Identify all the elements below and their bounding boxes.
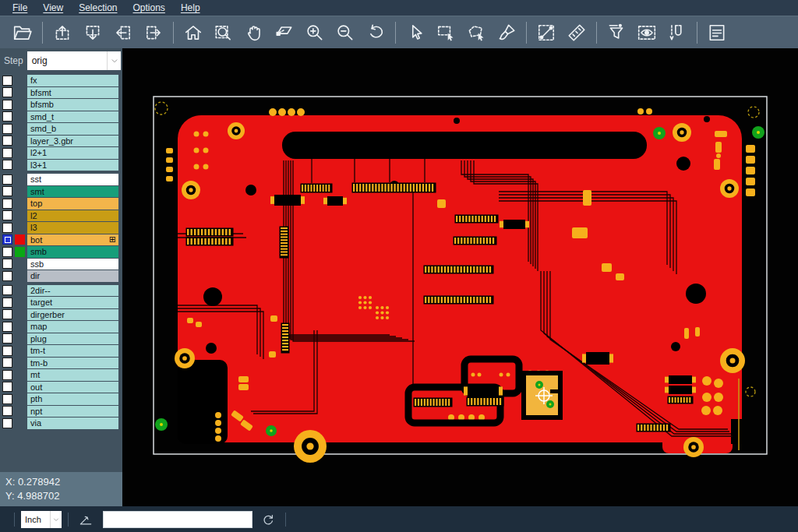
zoom-polygon-icon[interactable] — [274, 23, 295, 43]
layer-label[interactable]: 2dir-- — [27, 285, 118, 297]
layer-row-map[interactable]: map — [0, 321, 122, 333]
layer-checkbox[interactable] — [2, 418, 12, 428]
layer-label[interactable]: l3+1 — [27, 160, 118, 171]
layer-row-tm-b[interactable]: tm-b — [0, 358, 122, 369]
step-select[interactable]: orig — [27, 51, 121, 70]
layer-row-npt[interactable]: npt — [0, 406, 122, 417]
layer-row-bot[interactable]: bot⊞ — [0, 234, 122, 246]
zoom-out-icon[interactable] — [335, 23, 355, 43]
layer-color-swatch[interactable] — [15, 247, 25, 257]
layer-color-swatch[interactable] — [15, 418, 25, 428]
layer-color-swatch[interactable] — [15, 333, 25, 344]
step-move-up-icon[interactable] — [52, 23, 72, 43]
layer-row-via[interactable]: via — [0, 417, 122, 429]
layer-checkbox[interactable] — [2, 223, 12, 233]
layer-label[interactable]: smt — [27, 186, 118, 198]
menu-view[interactable]: View — [35, 2, 71, 13]
pan-hand-icon[interactable] — [244, 23, 264, 43]
layer-label[interactable]: mt — [27, 369, 118, 381]
layer-color-swatch[interactable] — [15, 111, 25, 122]
layer-label[interactable]: npt — [27, 406, 118, 417]
layer-checkbox[interactable] — [2, 271, 12, 281]
layer-checkbox[interactable] — [2, 148, 12, 158]
snap-magnet-icon[interactable] — [667, 23, 687, 43]
layer-color-swatch[interactable] — [15, 124, 25, 134]
layer-checkbox[interactable] — [2, 285, 12, 295]
layer-color-swatch[interactable] — [15, 309, 25, 319]
layer-checkbox[interactable] — [2, 199, 12, 209]
layer-color-swatch[interactable] — [15, 370, 25, 380]
layer-row-l3[interactable]: l3 — [0, 222, 122, 234]
layer-label[interactable]: l2 — [27, 210, 118, 222]
layer-color-swatch[interactable] — [15, 259, 25, 269]
view-options-eye-icon[interactable] — [637, 23, 657, 43]
layer-color-swatch[interactable] — [15, 223, 25, 233]
layer-label[interactable]: ssb — [27, 259, 118, 270]
layer-label[interactable]: layer_3.gbr — [27, 136, 118, 147]
layer-color-swatch[interactable] — [15, 298, 25, 308]
command-input[interactable] — [103, 511, 252, 528]
layer-row-dirgerber[interactable]: dirgerber — [0, 309, 122, 321]
select-polygon-icon[interactable] — [466, 23, 486, 43]
layer-checkbox[interactable] — [2, 298, 12, 308]
pcb-canvas[interactable] — [122, 48, 798, 506]
layer-row-l2+1[interactable]: l2+1 — [0, 147, 122, 159]
layer-checkbox[interactable] — [2, 358, 12, 368]
step-move-down-icon[interactable] — [83, 23, 103, 43]
layer-row-fx[interactable]: fx — [0, 75, 122, 86]
layer-checkbox[interactable] — [2, 234, 12, 245]
layer-row-2dir--[interactable]: 2dir-- — [0, 285, 122, 297]
refresh-icon[interactable] — [260, 512, 276, 527]
layer-color-swatch[interactable] — [15, 100, 25, 110]
layer-color-swatch[interactable] — [15, 382, 25, 392]
layer-row-plug[interactable]: plug — [0, 333, 122, 345]
layer-checkbox[interactable] — [2, 333, 12, 344]
layer-row-smb[interactable]: smb — [0, 246, 122, 258]
layer-row-bfsmt[interactable]: bfsmt — [0, 87, 122, 99]
layer-label[interactable]: via — [27, 417, 118, 429]
layer-color-swatch[interactable] — [15, 271, 25, 281]
layer-color-swatch[interactable] — [15, 136, 25, 146]
layer-checkbox[interactable] — [2, 124, 12, 134]
zoom-previous-icon[interactable] — [365, 23, 386, 43]
measure-ruler-icon[interactable] — [567, 23, 587, 43]
zoom-window-icon[interactable] — [214, 23, 234, 43]
layer-label[interactable]: map — [27, 321, 118, 333]
layer-row-smd_t[interactable]: smd_t — [0, 111, 122, 123]
layer-row-smt[interactable]: smt — [0, 186, 122, 198]
layer-checkbox[interactable] — [2, 322, 12, 332]
layer-checkbox[interactable] — [2, 382, 12, 392]
layer-color-swatch[interactable] — [15, 186, 25, 196]
layer-color-swatch[interactable] — [15, 406, 25, 416]
layer-row-out[interactable]: out — [0, 382, 122, 393]
layer-row-dir[interactable]: dir — [0, 270, 122, 282]
select-rectangle-icon[interactable] — [436, 23, 456, 43]
layer-color-swatch[interactable] — [15, 346, 25, 356]
layer-checkbox[interactable] — [2, 76, 12, 86]
layer-checkbox[interactable] — [2, 111, 12, 122]
layer-checkbox[interactable] — [2, 100, 12, 110]
angle-measure-icon[interactable] — [78, 512, 94, 527]
layer-checkbox[interactable] — [2, 210, 12, 220]
layer-color-swatch[interactable] — [15, 174, 25, 185]
layer-checkbox[interactable] — [2, 309, 12, 319]
layer-label[interactable]: l2+1 — [27, 147, 118, 159]
layer-label[interactable]: tm-t — [27, 345, 118, 357]
layer-label[interactable]: smd_t — [27, 111, 118, 123]
layer-color-swatch[interactable] — [15, 160, 25, 170]
layer-color-swatch[interactable] — [15, 76, 25, 86]
layer-label[interactable]: out — [27, 382, 118, 393]
home-view-icon[interactable] — [183, 23, 203, 43]
filter-funnel-icon[interactable] — [606, 23, 627, 43]
layer-row-top[interactable]: top — [0, 198, 122, 210]
layer-row-tm-t[interactable]: tm-t — [0, 345, 122, 357]
layer-checkbox[interactable] — [2, 247, 12, 257]
menu-file[interactable]: File — [5, 2, 35, 13]
layer-checkbox[interactable] — [2, 406, 12, 416]
layer-checkbox[interactable] — [2, 186, 12, 196]
select-cursor-icon[interactable] — [405, 23, 425, 43]
layer-label[interactable]: l3 — [27, 222, 118, 234]
layer-row-smd_b[interactable]: smd_b — [0, 123, 122, 135]
layer-label[interactable]: sst — [27, 174, 118, 185]
layer-label[interactable]: tm-b — [27, 358, 118, 369]
